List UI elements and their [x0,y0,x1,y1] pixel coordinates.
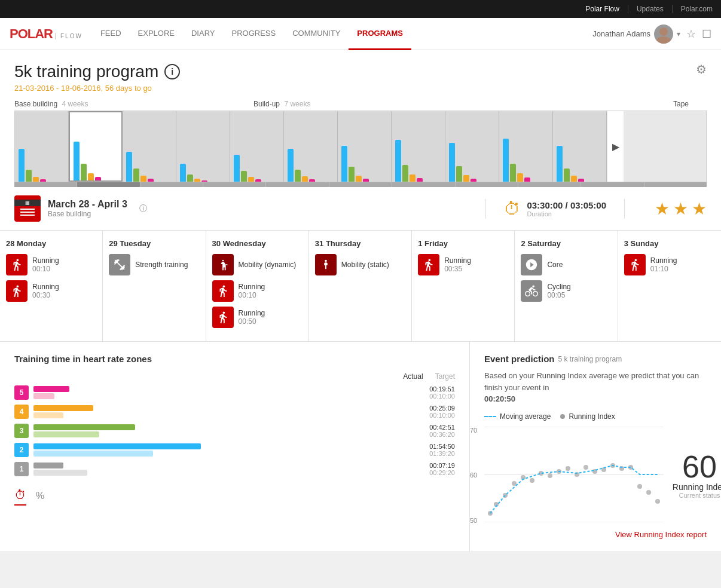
week-summary: ▦ March 28 - April 3 Base building ⓘ ⏱ 0… [0,187,721,231]
mobility-dynamic-name: Mobility (dynamic) [239,261,297,269]
activity-mobility-dynamic: Mobility (dynamic) [212,254,303,275]
nav-programs[interactable]: PROGRAMS [349,18,411,50]
page-title-area: 5k training program i 21-03-2016 - 18-06… [14,62,180,93]
chart-week-3 [123,111,176,182]
day-header-saturday: 2 Saturday [521,239,611,248]
page-title: 5k training program i [14,62,180,81]
day-sunday: 3 Sunday Running 01:10 [618,231,721,341]
running-index-chart: 70 60 50 [484,427,664,524]
hr-zone-4: 4 00:25:09 00:10:00 [14,405,455,419]
svg-point-24 [655,499,660,504]
running-time-wed-2: 00:50 [239,317,265,326]
zone-target-bar-4 [33,412,63,418]
activity-running-wed-2: Running 00:50 [212,307,303,328]
week-phase: Base building [48,210,127,218]
zone-badge-1: 1 [14,462,29,476]
bottom-section: Training time in heart rate zones Actual… [0,342,721,551]
ri-sublabel: Current status [679,492,720,499]
main-nav: POLAR FLOW FEED EXPLORE DIARY PROGRESS C… [0,18,721,50]
week-info: ▦ March 28 - April 3 Base building ⓘ [14,195,473,222]
logo-text: POLAR [10,26,53,42]
star-3: ★ [692,199,707,219]
nav-feed[interactable]: FEED [92,18,130,50]
clock-icon: ⏱ [14,488,26,501]
nav-community[interactable]: COMMUNITY [284,18,349,50]
day-header-friday: 1 Friday [418,239,508,248]
chart-week-4 [176,111,230,182]
hr-tab-percent[interactable]: % [36,488,44,504]
hr-zone-1: 1 00:07:19 00:29:20 [14,462,455,476]
nav-links: FEED EXPLORE DIARY PROGRESS COMMUNITY PR… [92,18,592,50]
chevron-down-icon[interactable]: ▾ [677,30,680,38]
hr-legend: Actual Target [14,372,455,381]
legend-running-index: Running Index [560,412,615,421]
chart-week-1 [15,111,69,182]
hr-zone-3: 3 00:42:51 00:36:20 [14,424,455,438]
ri-dot [560,414,565,419]
zone-bars-5 [33,386,411,399]
topbar-polar-com[interactable]: Polar.com [673,5,721,13]
day-header-monday: 28 Monday [6,239,96,248]
week-title-area: March 28 - April 3 Base building [48,199,127,218]
activity-running-2: Running 00:30 [6,280,96,302]
week-duration: ⏱ 03:30:00 / 03:05:00 Duration [485,199,625,219]
duration-label: Duration [527,210,606,218]
days-grid: 28 Monday Running 00:10 Running 00:30 29… [0,231,721,342]
nav-diary[interactable]: DIARY [183,18,224,50]
week-stars: ★ ★ ★ [637,199,707,219]
running-name-wed-1: Running [239,283,265,291]
phase-build-up: Build-up 7 weeks [253,100,310,108]
hr-title: Training time in heart rate zones [14,354,455,364]
info-button[interactable]: i [164,64,180,79]
running-time-fri: 00:35 [444,265,471,273]
svg-point-0 [659,27,668,36]
svg-point-22 [637,484,642,489]
day-thursday: 31 Thursday Mobility (static) [309,231,412,341]
strength-icon [109,254,130,275]
zone-bars-3 [33,424,411,437]
settings-icon[interactable]: ⚙ [696,62,707,76]
strength-name: Strength training [135,261,188,269]
ri-label: Running Index [673,482,721,492]
y-label-60: 60 [470,471,477,479]
ri-chart-area: 70 60 50 [484,427,707,524]
core-name: Core [547,261,563,269]
svg-point-23 [646,490,651,495]
zone-target-bar-5 [33,393,54,399]
activity-running-fri: Running 00:35 [418,254,508,275]
running-name-sun: Running [650,256,677,265]
hr-zone-5: 5 00:19:51 00:10:00 [14,385,455,400]
svg-point-14 [566,466,570,471]
star-1: ★ [655,199,670,219]
week-info-button[interactable]: ⓘ [139,203,147,214]
day-wednesday: 30 Wednesday Mobility (dynamic) Running … [206,231,309,341]
day-header-wednesday: 30 Wednesday [212,239,303,248]
nav-progress[interactable]: PROGRESS [223,18,284,50]
phase-taper: Tape [673,100,689,108]
chart-week-9 [445,111,499,182]
view-report-link[interactable]: View Running Index report [484,530,707,539]
message-icon[interactable]: ☐ [702,27,711,41]
chart-week-6 [284,111,338,182]
running-name-fri: Running [444,256,471,265]
activity-time-2: 00:30 [32,291,59,299]
hr-zone-2: 2 01:54:50 01:39:20 [14,443,455,457]
percent-icon: % [36,491,44,501]
zone-actual-bar-4 [33,405,93,411]
hr-tab-time[interactable]: ⏱ [14,486,26,506]
week-date-range: March 28 - April 3 [48,199,127,210]
day-header-thursday: 31 Thursday [315,239,405,248]
running-icon-sun [624,254,646,275]
running-icon-wed-1 [212,280,234,302]
duration-info: 03:30:00 / 03:05:00 Duration [527,200,606,218]
star-icon[interactable]: ☆ [686,27,696,41]
chart-week-2-active [69,111,123,182]
zone-bars-4 [33,405,411,418]
topbar-polar-flow[interactable]: Polar Flow [577,5,628,13]
chart-nav-next[interactable]: ▶ [607,111,624,182]
heart-rate-section: Training time in heart rate zones Actual… [0,342,470,551]
topbar-updates[interactable]: Updates [628,5,673,13]
activity-name-2: Running [32,283,59,291]
nav-explore[interactable]: EXPLORE [130,18,183,50]
chart-week-7 [338,111,392,182]
